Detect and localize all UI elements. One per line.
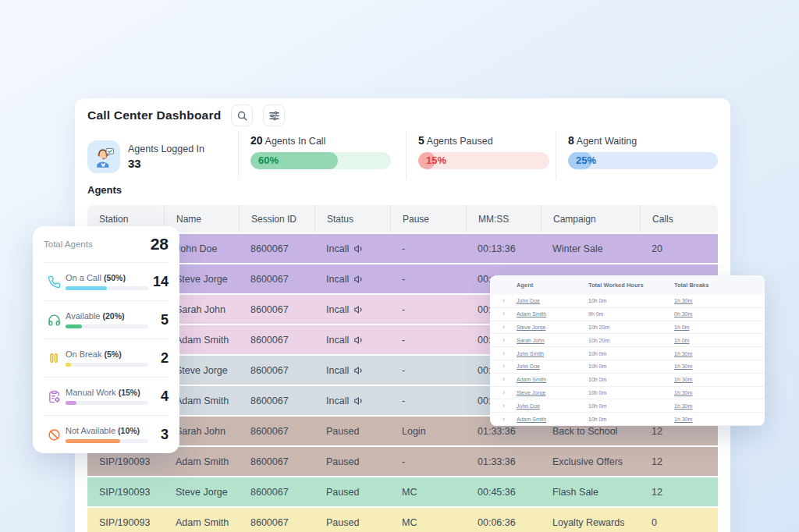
summary-item-content: Not Available (10%)	[64, 426, 161, 443]
hours-breaks-link[interactable]: 1h 30m	[674, 403, 765, 409]
hours-breaks-link[interactable]: 1h 30m	[674, 364, 765, 369]
hours-breaks-link[interactable]: 1h 30m	[674, 298, 765, 303]
speaker-icon[interactable]	[353, 365, 364, 376]
speaker-icon[interactable]	[353, 243, 364, 254]
hours-agent-link[interactable]: John Doe	[517, 298, 588, 303]
hours-row: ›Sarah John10h 20m1h 0m	[490, 334, 765, 347]
cell-status: Paused	[314, 447, 390, 476]
cell-mmss: 01:33:36	[466, 447, 541, 476]
speaker-icon[interactable]	[353, 304, 364, 315]
cell-session-id: 8600067	[239, 295, 314, 324]
table-row[interactable]: SIP/190093Adam Smith8600067PausedMC00:06…	[87, 508, 718, 532]
chevron-right-icon[interactable]: ›	[502, 403, 517, 410]
hours-agent-link[interactable]: John Doe	[517, 364, 588, 369]
cell-session-id: 8600067	[239, 477, 314, 506]
chevron-right-icon[interactable]: ›	[502, 350, 517, 357]
table-row[interactable]: SIP/190093Steve Jorge8600067PausedMC00:4…	[87, 477, 718, 508]
chevron-right-icon[interactable]: ›	[502, 416, 517, 423]
hours-worked-value: 10h 0m	[588, 351, 674, 356]
chevron-right-icon[interactable]: ›	[502, 337, 517, 344]
cell-session-id: 8600067	[239, 234, 314, 263]
cell-station: SIP/190093	[87, 477, 164, 506]
cell-campaign: Exclusive Offers	[541, 447, 640, 476]
in-call-progress-bar: 60%	[250, 152, 391, 169]
cell-calls: 20	[640, 234, 718, 263]
cell-pause: Login	[390, 417, 466, 445]
cell-calls: 12	[640, 447, 718, 476]
hours-agent-link[interactable]: Sarah John	[517, 338, 588, 343]
stats-row: Agents Logged In 33 20Agents In Call 60%…	[75, 131, 730, 179]
cell-status: Incall	[314, 325, 390, 354]
cell-status: Paused	[314, 508, 390, 532]
cell-name: Steve Jorge	[164, 477, 239, 506]
chevron-right-icon[interactable]: ›	[502, 363, 517, 370]
dashboard-screen: Call Center Dashboard	[0, 0, 799, 532]
cell-session-id: 8600067	[239, 356, 314, 385]
cell-pause: -	[390, 447, 466, 476]
hours-breaks-link[interactable]: 1h 30m	[674, 390, 765, 395]
table-row[interactable]: SIP/190093John Doe8600067Incall-00:13:36…	[87, 234, 718, 264]
cell-status: Incall	[314, 386, 390, 415]
hours-breaks-link[interactable]: 1h 30m	[674, 351, 765, 356]
hours-breaks-link[interactable]: 1h 30m	[674, 377, 765, 382]
summary-item-label: On Break (5%)	[66, 349, 161, 359]
speaker-icon[interactable]	[353, 274, 364, 285]
summary-item-bar-fill	[66, 286, 107, 290]
hours-agent-link[interactable]: Adam Smith	[517, 417, 588, 422]
cell-pause: -	[390, 325, 466, 354]
hours-row: ›John Smith10h 0m1h 30m	[490, 347, 765, 360]
hours-worked-value: 10h 0m	[588, 298, 674, 303]
summary-item-label: On a Call (50%)	[66, 273, 153, 282]
hours-row: ›Adam Smith9h 0m0h 30m	[490, 308, 765, 321]
chevron-right-icon[interactable]: ›	[502, 324, 517, 331]
filter-button[interactable]	[263, 105, 285, 126]
speaker-icon[interactable]	[353, 335, 364, 346]
hours-row: ›John Doe10h 0m1h 30m	[490, 295, 765, 308]
summary-item-not-available: Not Available (10%)3	[44, 415, 169, 453]
column-header-campaign: Campaign	[541, 205, 640, 232]
hours-agent-link[interactable]: John Doe	[517, 403, 588, 409]
cell-mmss: 00:13:36	[466, 234, 541, 263]
hours-row: ›John Doe10h 0m1h 30m	[490, 399, 765, 413]
cell-pause: MC	[390, 477, 466, 506]
summary-item-value: 14	[153, 274, 169, 290]
cell-pause: MC	[390, 508, 466, 532]
stat-logged-in-texts: Agents Logged In 33	[128, 144, 204, 170]
cell-status: Paused	[314, 417, 390, 445]
agents-section-title: Agents	[87, 184, 122, 196]
total-agents-label: Total Agents	[44, 239, 93, 249]
hours-agent-link[interactable]: Steve Jorge	[517, 390, 588, 395]
hours-breaks-link[interactable]: 1h 30m	[674, 417, 765, 422]
pause-icon	[44, 352, 64, 364]
hours-breaks-link[interactable]: 1h 0m	[674, 325, 765, 330]
chevron-right-icon[interactable]: ›	[502, 389, 517, 396]
hours-agent-link[interactable]: John Smith	[517, 351, 588, 356]
cell-status: Incall	[314, 234, 390, 263]
column-header-mm-ss: MM:SS	[466, 205, 541, 232]
summary-item-bar	[66, 439, 148, 443]
hours-agent-link[interactable]: Steve Jorge	[517, 325, 588, 330]
summary-item-bar	[66, 325, 148, 328]
hours-worked-value: 10h 0m	[588, 417, 674, 422]
agent-summary-panel: Total Agents 28 On a Call (50%)14Availab…	[33, 226, 179, 453]
hours-agent-link[interactable]: Adam Smith	[517, 311, 588, 317]
cell-status: Incall	[314, 295, 390, 324]
summary-item-bar	[66, 363, 148, 367]
search-button[interactable]	[231, 105, 253, 126]
table-row[interactable]: SIP/190093Adam Smith8600067Paused-01:33:…	[87, 447, 718, 477]
hours-agent-link[interactable]: Adam Smith	[517, 377, 588, 382]
summary-item-label: Manual Work (15%)	[66, 388, 161, 397]
chevron-right-icon[interactable]: ›	[502, 376, 517, 383]
stat-agents-in-call: 20Agents In Call 60%	[238, 131, 406, 179]
total-agents-row: Total Agents 28	[44, 226, 169, 262]
stat-label: 5Agents Paused	[418, 134, 556, 147]
cell-pause: -	[390, 264, 466, 293]
chevron-right-icon[interactable]: ›	[502, 297, 517, 304]
speaker-icon[interactable]	[353, 395, 364, 406]
hours-breaks-link[interactable]: 1h 0m	[674, 338, 765, 343]
summary-item-content: On a Call (50%)	[64, 273, 153, 290]
cell-session-id: 8600067	[239, 386, 314, 415]
chevron-right-icon[interactable]: ›	[502, 310, 517, 317]
hours-worked-value: 9h 0m	[588, 311, 674, 317]
hours-breaks-link[interactable]: 0h 30m	[674, 311, 765, 317]
